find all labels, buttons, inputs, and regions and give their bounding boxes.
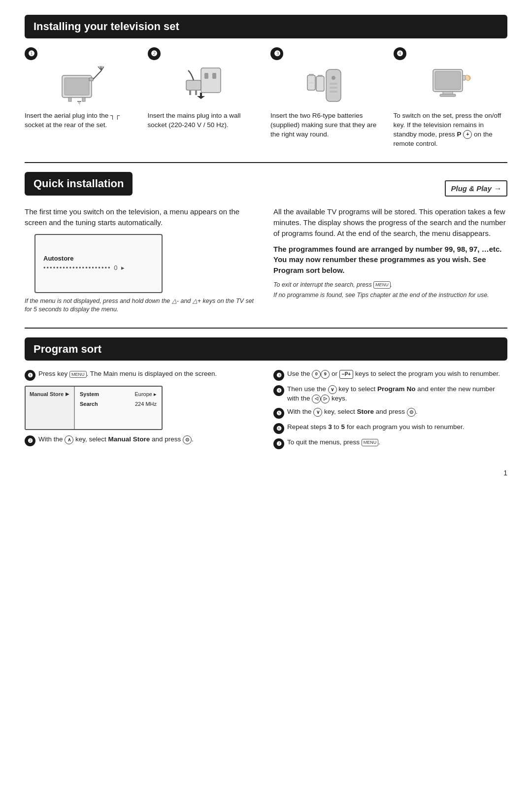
svg-rect-2 xyxy=(89,78,93,81)
down-key-icon-2: ∨ xyxy=(313,408,322,417)
svg-rect-14 xyxy=(204,73,208,79)
prog-step-6: ❻ Repeat steps 3 to 5 for each program y… xyxy=(273,423,507,434)
step-3-image xyxy=(270,63,385,107)
menu-icon-1: MENU xyxy=(373,281,391,288)
quick-right: All the available TV programs will be st… xyxy=(273,206,507,313)
program-right: ❸ Use the 09 or −P+ keys to select the p… xyxy=(273,369,507,453)
prog-step-4: ❹ Then use the ∨ key to select Program N… xyxy=(273,385,507,403)
svg-rect-23 xyxy=(330,83,337,85)
svg-rect-1 xyxy=(65,78,89,95)
autostore-screen: Autostore ••••••••••••••••••••• 0 ▸ xyxy=(34,234,163,293)
step-2-image xyxy=(148,63,262,107)
prog-step-5: ❺ With the ∨ key, select Store and press… xyxy=(273,407,507,419)
right-key: ▷ xyxy=(321,395,330,403)
minus-p-plus-key: −P+ xyxy=(339,370,353,379)
prog-text-2: With the ∧ key, select Manual Store and … xyxy=(38,435,194,444)
svg-rect-30 xyxy=(318,75,323,77)
program-section: Program sort ❶ Press key MENU. The Main … xyxy=(25,337,507,454)
svg-point-22 xyxy=(332,76,335,80)
svg-line-3 xyxy=(93,70,101,79)
svg-rect-20 xyxy=(200,93,202,97)
plug-play-badge: Plug & Play → xyxy=(445,180,507,197)
quick-right-caption1: To exit or interrupt the search, press M… xyxy=(273,281,507,289)
program-left: ❶ Press key MENU. The Main menu is displ… xyxy=(25,369,259,453)
autostore-label: Autostore xyxy=(43,254,154,264)
quick-caption: If the menu is not displayed, press and … xyxy=(25,297,259,314)
svg-rect-35 xyxy=(463,75,466,80)
prog-text-7: To quit the menus, press MENU. xyxy=(287,438,380,447)
prog-num-2: ❷ xyxy=(25,435,35,446)
divider-2 xyxy=(25,328,507,329)
prog-num-5: ❺ xyxy=(273,408,284,419)
svg-rect-25 xyxy=(330,91,337,93)
svg-rect-15 xyxy=(212,73,216,79)
step-2-text: Insert the mains plug into a wall socket… xyxy=(148,111,262,130)
quick-left-text: The first time you switch on the televis… xyxy=(25,206,259,228)
prog-step-7: ❼ To quit the menus, press MENU. xyxy=(273,438,507,449)
quick-right-p2: The programmes found are arranged by num… xyxy=(273,244,507,276)
menu-screen: Manual Store ▶ System Europe ▸ Search 22… xyxy=(25,386,163,430)
step-4-image xyxy=(394,63,508,107)
page-number: 1 xyxy=(25,468,507,478)
svg-rect-18 xyxy=(195,90,197,95)
svg-rect-27 xyxy=(309,74,314,76)
step-1-image xyxy=(25,63,139,107)
autostore-dots: ••••••••••••••••••••• 0 ▸ xyxy=(43,264,154,273)
quick-left: The first time you switch on the televis… xyxy=(25,206,259,313)
step-3: ❸ xyxy=(270,47,385,149)
system-value: Europe ▸ xyxy=(134,391,157,399)
menu-icon-2: MENU xyxy=(69,371,87,378)
svg-rect-17 xyxy=(189,90,191,95)
screen-inner: Autostore ••••••••••••••••••••• 0 ▸ xyxy=(35,249,162,278)
installing-section: Installing your television set ❶ xyxy=(25,15,507,148)
quick-content: The first time you switch on the televis… xyxy=(25,206,507,313)
arrow-icon: → xyxy=(494,183,501,194)
prog-text-6: Repeat steps 3 to 5 for each program you… xyxy=(287,423,464,432)
step-4: ❹ To switch xyxy=(394,47,508,149)
prog-step-1: ❶ Press key MENU. The Main menu is displ… xyxy=(25,369,259,381)
menu-right-pane: System Europe ▸ Search 224 MHz xyxy=(75,387,162,429)
step-1-text: Insert the aerial plug into the ┐┌ socke… xyxy=(25,111,139,130)
down-key-icon: ∨ xyxy=(328,385,337,394)
svg-rect-16 xyxy=(186,80,201,90)
ok-key-icon-1: ⊙ xyxy=(183,435,192,444)
divider-1 xyxy=(25,162,507,163)
menu-left-pane: Manual Store ▶ xyxy=(26,387,75,429)
svg-rect-9 xyxy=(82,98,85,101)
step-3-num: ❸ xyxy=(270,47,283,60)
prog-num-4: ❹ xyxy=(273,385,284,396)
nine-key: 9 xyxy=(321,370,330,379)
step-2: ❷ xyxy=(148,47,262,149)
steps-row: ❶ xyxy=(25,47,507,149)
quick-section: Quick installation Plug & Play → The fir… xyxy=(25,172,507,313)
program-content: ❶ Press key MENU. The Main menu is displ… xyxy=(25,369,507,453)
prog-text-1: Press key MENU. The Main menu is display… xyxy=(38,369,217,379)
prog-text-3: Use the 09 or −P+ keys to select the pro… xyxy=(287,369,500,379)
prog-num-3: ❸ xyxy=(273,370,284,381)
quick-header: Quick installation xyxy=(25,172,133,196)
svg-rect-13 xyxy=(201,68,221,93)
step-4-num: ❹ xyxy=(394,47,406,60)
svg-rect-24 xyxy=(330,87,337,89)
step-3-text: Insert the two R6-type batteries (suppli… xyxy=(270,111,385,139)
step-4-text: To switch on the set, press the on/off k… xyxy=(394,111,508,149)
installing-header: Installing your television set xyxy=(25,15,507,38)
svg-rect-32 xyxy=(435,71,461,90)
ok-key-icon-2: ⊙ xyxy=(407,408,416,417)
svg-point-36 xyxy=(465,74,470,81)
quick-right-caption2: If no programme is found, see Tips chapt… xyxy=(273,291,507,299)
menu-row-system: System Europe ▸ xyxy=(80,391,157,399)
svg-rect-8 xyxy=(68,98,71,101)
step-2-num: ❷ xyxy=(148,47,161,60)
prog-text-4: Then use the ∨ key to select Program No … xyxy=(287,385,507,403)
prog-step-2: ❷ With the ∧ key, select Manual Store an… xyxy=(25,435,259,446)
prog-step-3: ❸ Use the 09 or −P+ keys to select the p… xyxy=(273,369,507,381)
prog-num-1: ❶ xyxy=(25,370,35,381)
step-1: ❶ xyxy=(25,47,139,149)
quick-header-row: Quick installation Plug & Play → xyxy=(25,172,507,204)
zero-key: 0 xyxy=(312,370,321,379)
arrow-icon-menu: ▶ xyxy=(66,391,69,398)
search-label: Search xyxy=(80,400,98,408)
menu-icon-3: MENU xyxy=(362,439,379,446)
program-header: Program sort xyxy=(25,337,507,361)
